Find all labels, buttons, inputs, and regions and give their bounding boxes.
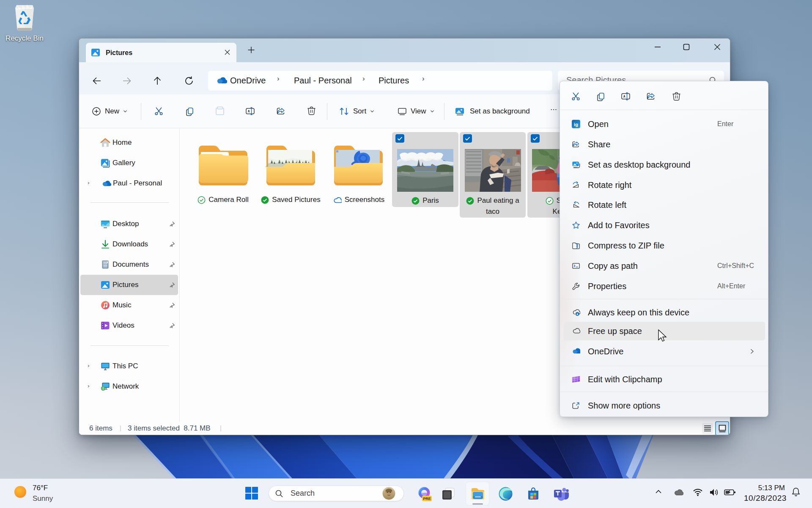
svg-text:ig: ig (574, 122, 578, 127)
svg-text:PRE: PRE (423, 497, 431, 501)
